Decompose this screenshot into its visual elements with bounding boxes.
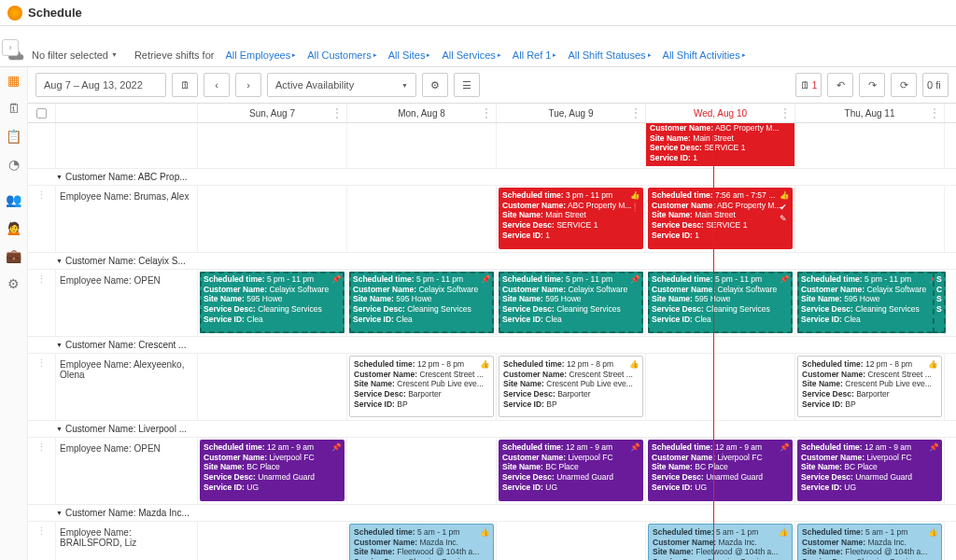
day-cell[interactable]: Scheduled time: 12 pm - 8 pmCustomer Nam… — [497, 354, 646, 420]
day-cell[interactable]: Scheduled time: 7:56 am - 7:57 ...Custom… — [646, 186, 795, 252]
day-cell[interactable]: Scheduled time: 12 am - 9 amCustomer Nam… — [795, 438, 945, 504]
shift-card[interactable]: Scheduled time: 5 pm - 11 pmCustomer Nam… — [200, 272, 344, 333]
shift-card[interactable]: Scheduled time: 5 pm - 11 pmCustomer Nam… — [648, 272, 793, 333]
row-menu[interactable]: ⋮ — [28, 438, 56, 504]
sliders-button[interactable]: ☰ — [454, 73, 480, 97]
employee-name: Employee Name: OPEN — [56, 270, 198, 336]
employee-name: Employee Name: Alexyeenko, Olena — [56, 354, 198, 420]
gear-icon[interactable]: ⚙ — [7, 276, 21, 291]
shift-card[interactable]: Scheduled time: 12 am - 9 amCustomer Nam… — [499, 440, 643, 501]
day-cell[interactable] — [646, 354, 795, 420]
day-cell[interactable]: Scheduled time: 5 pm - 11 pmCustomer Nam… — [646, 270, 795, 336]
filter-ref1[interactable]: All Ref 1▸ — [513, 49, 557, 61]
day-cell[interactable] — [795, 186, 945, 252]
row-menu[interactable]: ⋮ — [28, 186, 56, 252]
customer-group-header[interactable]: ▼Customer Name: Liverpool ... — [28, 421, 956, 438]
shift-card[interactable]: Scheduled time: 12 am - 9 amCustomer Nam… — [648, 440, 793, 501]
shift-card[interactable]: Scheduled time: 12 pm - 8 pmCustomer Nam… — [499, 356, 643, 417]
shift-card[interactable]: Scheduled time: 12 pm - 8 pmCustomer Nam… — [349, 356, 494, 417]
calendar-icon[interactable]: 🗓 — [7, 101, 21, 116]
grid-view-icon[interactable]: ▦ — [7, 73, 21, 88]
thumb-icon: 👍 — [779, 527, 789, 538]
filter-services[interactable]: All Services▸ — [442, 49, 500, 61]
shift-card[interactable]: Scheduled time: 12 am - 9 amCustomer Nam… — [200, 440, 344, 501]
refresh-button[interactable]: ⟳ — [891, 73, 917, 97]
select-all-checkbox[interactable] — [36, 108, 47, 119]
pin-icon: 📌 — [331, 274, 342, 285]
filter-selector[interactable]: No filter selected▼ — [32, 49, 118, 61]
day-cell[interactable]: Scheduled time: 5 am - 1 pmCustomer Name… — [347, 522, 497, 560]
shift-card[interactable]: Scheduled time: 3 pm - 11 pmCustomer Nam… — [499, 188, 643, 249]
day-cell[interactable]: Scheduled time: 12 pm - 8 pmCustomer Nam… — [795, 354, 945, 420]
settings-button[interactable]: ⚙ — [422, 73, 448, 97]
customer-group-header[interactable]: ▼Customer Name: ABC Prop... — [28, 169, 956, 186]
shift-card[interactable]: Scheduled time: 5 am - 1 pmCustomer Name… — [349, 524, 494, 560]
shift-card[interactable]: Scheduled time: 5 am - 1 pmCustomer Name… — [797, 524, 942, 560]
row-menu[interactable]: ⋮ — [28, 270, 56, 336]
alerts-button[interactable]: 🗓1 — [795, 73, 822, 97]
expand-sidebar-button[interactable]: › — [2, 39, 19, 56]
day-cell[interactable]: Scheduled time: 5 pm - 11 pmCustomer Nam… — [795, 270, 945, 336]
day-cell[interactable]: Scheduled time: 5 pm - 11 pmCustomer Nam… — [198, 270, 347, 336]
availability-select[interactable]: Active Availability▼ — [267, 73, 416, 97]
row-menu[interactable]: ⋮ — [28, 522, 56, 560]
briefcase-icon[interactable]: 💼 — [7, 248, 21, 263]
employee-row: ⋮Employee Name: Brumas, AlexScheduled ti… — [28, 186, 956, 253]
filter-customers[interactable]: All Customers▸ — [307, 49, 376, 61]
day-cell[interactable] — [497, 522, 646, 560]
shift-card[interactable]: Customer Name: ABC Property M...Site Nam… — [646, 123, 794, 166]
thumb-icon: 👍 — [780, 190, 790, 201]
filter-employees[interactable]: All Employees▸ — [225, 49, 296, 61]
day-cell[interactable] — [347, 186, 497, 252]
shift-card[interactable]: Scheduled time: 5 am - 1 pmCustomer Name… — [648, 524, 793, 560]
employee-row: ⋮Employee Name: OPENScheduled time: 5 pm… — [28, 270, 956, 337]
chart-icon[interactable]: ◔ — [7, 157, 21, 172]
employee-row: ⋮Employee Name: Alexyeenko, OlenaSchedul… — [28, 354, 956, 421]
day-cell[interactable]: Scheduled time: 12 am - 9 amCustomer Nam… — [497, 438, 646, 504]
filter-sites[interactable]: All Sites▸ — [388, 49, 431, 61]
day-cell[interactable]: Scheduled time: 5 pm - 11 pmCustomer Nam… — [497, 270, 646, 336]
customer-group-header[interactable]: ▼Customer Name: Celayix S... — [28, 253, 956, 270]
row-menu[interactable]: ⋮ — [28, 354, 56, 420]
day-cell[interactable]: Scheduled time: 3 pm - 11 pmCustomer Nam… — [497, 186, 646, 252]
prev-week-button[interactable]: ‹ — [204, 73, 230, 97]
date-range-picker[interactable]: Aug 7 – Aug 13, 2022 — [35, 73, 166, 97]
redo-button[interactable]: ↷ — [859, 73, 885, 97]
pin-icon: 📌 — [331, 442, 342, 453]
day-cell[interactable] — [198, 354, 347, 420]
page-title: Schedule — [28, 6, 82, 20]
employee-name: Employee Name: OPEN — [56, 438, 198, 504]
calendar-button[interactable]: 🗓 — [172, 73, 198, 97]
person-icon[interactable]: 🙍 — [7, 220, 21, 235]
day-cell[interactable] — [198, 186, 347, 252]
filter-statuses[interactable]: All Shift Statuses▸ — [568, 49, 651, 61]
shift-card[interactable]: Scheduled time: 7:56 am - 7:57 ...Custom… — [648, 188, 793, 249]
shift-card[interactable]: Scheduled time: 5 pm - 11 pmCustomer Nam… — [499, 272, 643, 333]
clipboard-icon[interactable]: 📋 — [7, 129, 21, 144]
employee-row: ⋮Employee Name: OPENScheduled time: 12 a… — [28, 438, 956, 505]
customer-group-header[interactable]: ▼Customer Name: Mazda Inc... — [28, 505, 956, 522]
day-cell[interactable]: Scheduled time: 5 pm - 11 pmCustomer Nam… — [347, 270, 497, 336]
shift-card[interactable]: Scheduled time: 12 pm - 8 pmCustomer Nam… — [797, 356, 942, 417]
customer-group-header[interactable]: ▼Customer Name: Crescent ... — [28, 337, 956, 354]
shift-card[interactable]: Scheduled time: 5 pm - 11 pmCustomer Nam… — [797, 272, 942, 333]
next-week-button[interactable]: › — [235, 73, 261, 97]
day-cell[interactable]: Scheduled time: 5 am - 1 pmCustomer Name… — [646, 522, 795, 560]
pin-icon: 📌 — [481, 274, 491, 285]
undo-button[interactable]: ↶ — [827, 73, 853, 97]
day-cell[interactable]: Scheduled time: 12 am - 9 amCustomer Nam… — [646, 438, 795, 504]
day-cell[interactable] — [198, 522, 347, 560]
people-icon[interactable]: 👥 — [7, 192, 21, 207]
shift-card[interactable]: Scheduled time: 12 am - 9 amCustomer Nam… — [797, 440, 942, 501]
alert-icon: ❗ — [630, 203, 640, 213]
shift-card[interactable]: SchedCustoSite NServic — [933, 272, 946, 333]
pin-icon: 📌 — [929, 442, 939, 453]
check-icon: ✔ — [780, 203, 790, 213]
filter-activities[interactable]: All Shift Activities▸ — [663, 49, 746, 61]
shift-card[interactable]: Scheduled time: 5 pm - 11 pmCustomer Nam… — [349, 272, 494, 333]
day-cell[interactable]: Scheduled time: 12 pm - 8 pmCustomer Nam… — [347, 354, 497, 420]
day-cell[interactable] — [347, 438, 497, 504]
day-cell[interactable]: Scheduled time: 12 am - 9 amCustomer Nam… — [198, 438, 347, 504]
day-cell[interactable]: Scheduled time: 5 am - 1 pmCustomer Name… — [795, 522, 945, 560]
thumb-icon: 👍 — [630, 190, 640, 201]
